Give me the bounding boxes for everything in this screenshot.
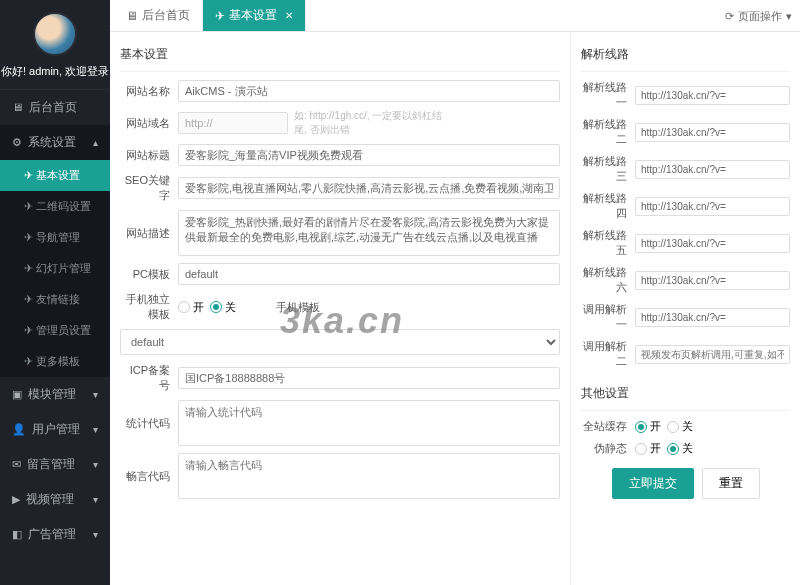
route-6-input[interactable] — [635, 271, 790, 290]
call1-input[interactable] — [635, 308, 790, 327]
sidebar-item-ad[interactable]: ◧广告管理▾ — [0, 517, 110, 552]
chevron-down-icon: ▾ — [93, 424, 98, 435]
send-icon: ✈ — [24, 355, 36, 367]
sub-links[interactable]: ✈ 友情链接 — [0, 284, 110, 315]
route-3-input[interactable] — [635, 160, 790, 179]
monitor-icon: 🖥 — [12, 101, 23, 113]
sidebar-item-module[interactable]: ▣模块管理▾ — [0, 377, 110, 412]
cache-radio-group: 开 关 — [635, 419, 693, 434]
route-2-input[interactable] — [635, 123, 790, 142]
sidebar: 你好! admin, 欢迎登录 🖥后台首页 ⚙系统设置 ▴ ✈ 基本设置 ✈ 二… — [0, 0, 110, 585]
site-name-input[interactable] — [178, 80, 560, 102]
chevron-up-icon: ▴ — [93, 137, 98, 148]
static-label: 伪静态 — [581, 441, 635, 456]
tabs-bar: 🖥后台首页 ✈基本设置✕ ⟳页面操作▾ — [110, 0, 800, 32]
ad-icon: ◧ — [12, 528, 22, 540]
sub-basic-settings[interactable]: ✈ 基本设置 — [0, 160, 110, 191]
radio-icon — [178, 301, 190, 313]
avatar[interactable] — [33, 12, 77, 56]
sidebar-item-video[interactable]: ▶视频管理▾ — [0, 482, 110, 517]
main-area: 🖥后台首页 ✈基本设置✕ ⟳页面操作▾ 基本设置 网站名称 网站域名如: htt… — [110, 0, 800, 585]
mobile-alone-on[interactable]: 开 — [178, 300, 204, 315]
radio-icon — [667, 443, 679, 455]
chevron-down-icon: ▾ — [93, 494, 98, 505]
cache-label: 全站缓存 — [581, 419, 635, 434]
site-title-input[interactable] — [178, 144, 560, 166]
sub-slides[interactable]: ✈ 幻灯片管理 — [0, 253, 110, 284]
send-icon: ✈ — [24, 262, 36, 274]
static-off[interactable]: 关 — [667, 441, 693, 456]
chang-textarea[interactable] — [178, 453, 560, 499]
sidebar-home-label: 后台首页 — [29, 100, 77, 114]
static-radio-group: 开 关 — [635, 441, 693, 456]
send-icon: ✈ — [24, 169, 36, 181]
panel-basic: 基本设置 网站名称 网站域名如: http://1gh.cc/, 一定要以斜杠结… — [110, 32, 570, 585]
call1-label: 调用解析一 — [581, 302, 635, 332]
static-on[interactable]: 开 — [635, 441, 661, 456]
panel-right: 解析线路 解析线路一 解析线路二 解析线路三 解析线路四 解析线路五 解析线路六… — [570, 32, 800, 585]
tab-basic-settings[interactable]: ✈基本设置✕ — [203, 0, 306, 31]
route-label: 解析线路五 — [581, 228, 635, 258]
sidebar-item-message[interactable]: ✉留言管理▾ — [0, 447, 110, 482]
tab-home[interactable]: 🖥后台首页 — [114, 0, 203, 31]
mobile-alone-radio-group: 开 关 — [178, 300, 236, 315]
route-label: 解析线路二 — [581, 117, 635, 147]
route-label: 解析线路一 — [581, 80, 635, 110]
desc-textarea[interactable]: 爱客影院_热剧快播,最好看的剧情片尽在爱客影院,高清云影视免费为大家提供最新最全… — [178, 210, 560, 256]
sidebar-home[interactable]: 🖥后台首页 — [0, 89, 110, 125]
mobile-alone-off[interactable]: 关 — [210, 300, 236, 315]
reset-button[interactable]: 重置 — [702, 468, 760, 499]
monitor-icon: 🖥 — [126, 9, 138, 23]
chevron-down-icon: ▾ — [786, 10, 792, 23]
route-1-input[interactable] — [635, 86, 790, 105]
seo-input[interactable] — [178, 177, 560, 199]
gear-icon: ⚙ — [12, 136, 22, 148]
radio-icon — [667, 421, 679, 433]
cache-off[interactable]: 关 — [667, 419, 693, 434]
label-seo: SEO关键字 — [120, 173, 178, 203]
route-5-input[interactable] — [635, 234, 790, 253]
sidebar-item-system[interactable]: ⚙系统设置 ▴ — [0, 125, 110, 160]
panel-title: 基本设置 — [120, 40, 560, 72]
label-pc-tpl: PC模板 — [120, 267, 178, 282]
label-stat: 统计代码 — [120, 416, 178, 431]
label-site-name: 网站名称 — [120, 84, 178, 99]
label-mobile-alone: 手机独立模板 — [120, 292, 178, 322]
sidebar-item-user[interactable]: 👤用户管理▾ — [0, 412, 110, 447]
route-label: 解析线路四 — [581, 191, 635, 221]
send-icon: ✈ — [24, 293, 36, 305]
label-icp: ICP备案号 — [120, 363, 178, 393]
sub-nav[interactable]: ✈ 导航管理 — [0, 222, 110, 253]
send-icon: ✈ — [24, 200, 36, 212]
call2-label: 调用解析二 — [581, 339, 635, 369]
route-label: 解析线路六 — [581, 265, 635, 295]
send-icon: ✈ — [215, 9, 225, 23]
chevron-down-icon: ▾ — [93, 459, 98, 470]
icp-input[interactable] — [178, 367, 560, 389]
pc-tpl-select[interactable] — [178, 263, 560, 285]
call2-input[interactable] — [635, 345, 790, 364]
route-label: 解析线路三 — [581, 154, 635, 184]
routes-title: 解析线路 — [581, 40, 790, 72]
welcome-text: 你好! admin, 欢迎登录 — [0, 64, 110, 89]
label-desc: 网站描述 — [120, 226, 178, 241]
content: 基本设置 网站名称 网站域名如: http://1gh.cc/, 一定要以斜杠结… — [110, 32, 800, 585]
stat-textarea[interactable] — [178, 400, 560, 446]
sub-qrcode[interactable]: ✈ 二维码设置 — [0, 191, 110, 222]
label-title: 网站标题 — [120, 148, 178, 163]
domain-input[interactable] — [178, 112, 288, 134]
mobile-tpl-select[interactable]: default — [120, 329, 560, 355]
sub-admins[interactable]: ✈ 管理员设置 — [0, 315, 110, 346]
route-4-input[interactable] — [635, 197, 790, 216]
label-domain: 网站域名 — [120, 116, 178, 131]
cube-icon: ▣ — [12, 388, 22, 400]
other-title: 其他设置 — [581, 379, 790, 411]
submit-button[interactable]: 立即提交 — [612, 468, 694, 499]
menu-label: 系统设置 — [28, 135, 76, 149]
cache-on[interactable]: 开 — [635, 419, 661, 434]
radio-icon — [635, 443, 647, 455]
close-icon[interactable]: ✕ — [285, 10, 293, 21]
page-operations[interactable]: ⟳页面操作▾ — [725, 0, 792, 32]
sub-templates[interactable]: ✈ 更多模板 — [0, 346, 110, 377]
refresh-icon: ⟳ — [725, 10, 734, 23]
